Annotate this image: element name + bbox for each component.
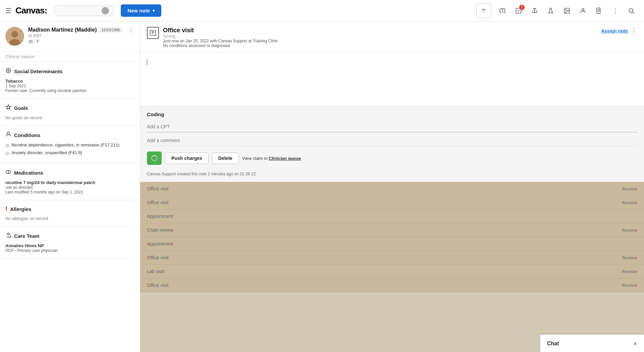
note-meta-line1: Just now on Jan 25, 2022 with Canvas Sup…: [163, 39, 597, 43]
svg-point-19: [7, 132, 10, 135]
patient-more-button[interactable]: ⋮: [128, 27, 135, 35]
medical-icon-button[interactable]: [495, 3, 510, 18]
medications-title: Medications: [14, 170, 43, 176]
loading-spinner: [151, 155, 157, 161]
note-header-actions: Assign note ⋮: [601, 27, 637, 35]
push-charges-button[interactable]: Push charges: [165, 152, 209, 164]
assign-note-button[interactable]: Assign note: [601, 28, 628, 34]
conditions-icon: [5, 131, 11, 139]
badge-count: 1: [519, 5, 525, 10]
condition-circle-icon: ⊙: [5, 143, 9, 148]
note-meta-line2: No conditions assessed or diagnosed: [163, 43, 597, 48]
restore-button-2[interactable]: Restore: [622, 200, 637, 205]
image-icon-button[interactable]: [559, 3, 574, 18]
document-icon-button[interactable]: [592, 3, 606, 18]
svg-point-17: [6, 68, 11, 73]
new-note-button[interactable]: New note ▾: [121, 4, 161, 17]
tobacco-date: 1 Sep 2021: [5, 84, 135, 88]
svg-point-6: [582, 8, 584, 11]
check-icon-button[interactable]: 1: [511, 3, 526, 18]
delete-button[interactable]: Delete: [212, 152, 239, 164]
chat-label: Chat: [547, 341, 559, 347]
past-visit-row-6: Office visit Restore: [140, 251, 644, 265]
social-determinants-title: Social Determinants: [14, 69, 62, 74]
care-team-icon: [5, 232, 11, 240]
past-visit-row-3: Appointment: [140, 210, 644, 223]
note-title: Office visit: [163, 27, 597, 34]
header-icons: 1 ⋮: [495, 3, 639, 18]
note-editor[interactable]: [140, 52, 644, 106]
patient-header: Madison Martinez (Maddie) 12/13/1986 PST…: [0, 21, 140, 51]
note-title-block: Office visit Saving... Just now on Jan 2…: [163, 27, 597, 48]
note-more-button[interactable]: ⋮: [631, 27, 637, 35]
search-input[interactable]: [58, 8, 102, 13]
note-footer: Canvas Support created this note 2 minut…: [147, 169, 637, 176]
restore-button-4[interactable]: Restore: [622, 228, 637, 233]
coding-title: Coding: [147, 112, 637, 117]
sidebar-section-medications: Medications nicotine 7 mg/24 hr daily tr…: [0, 164, 140, 200]
svg-point-14: [11, 31, 18, 38]
chat-bar[interactable]: Chat ∧: [540, 335, 644, 352]
patient-avatar: [5, 27, 24, 46]
restore-button-8[interactable]: Restore: [622, 283, 637, 288]
restore-button-6[interactable]: Restore: [622, 255, 637, 260]
past-visit-row-2: Office visit Restore: [140, 196, 644, 210]
scale-icon-button[interactable]: [527, 3, 542, 18]
clinician-queue-link[interactable]: Clinician queue: [269, 156, 301, 161]
past-visit-type: Office visit: [147, 186, 168, 191]
person-icon-button[interactable]: [576, 3, 590, 18]
medication-name: nicotine 7 mg/24 hr daily transdermal pa…: [5, 180, 135, 185]
allergies-icon: !: [5, 206, 7, 213]
care-team-title: Care Team: [14, 233, 40, 239]
past-visit-row-8: Office visit Restore: [140, 278, 644, 292]
svg-line-12: [633, 12, 634, 13]
past-visit-row-7: Lab visit Restore: [140, 265, 644, 278]
medication-direction: use as directed: [5, 185, 135, 190]
sidebar-section-allergies: ! Allergies No allergies on record: [0, 200, 140, 227]
past-visit-type: Appointment: [147, 241, 173, 247]
svg-point-11: [629, 8, 633, 12]
note-card: Office visit Saving... Just now on Jan 2…: [140, 21, 644, 182]
tobacco-detail: Former user, Currently using nicotine pa…: [5, 88, 135, 93]
past-visit-type: Lab visit: [147, 269, 164, 274]
search-bar[interactable]: [54, 5, 114, 16]
coding-section: Coding Push charges Delete View claim in…: [140, 106, 644, 182]
medications-icon: [5, 169, 11, 177]
allergies-no-record: No allergies on record: [5, 216, 135, 221]
sidebar-section-conditions: Conditions ⊙ Nicotine dependence, cigare…: [0, 126, 140, 164]
patient-info: Madison Martinez (Maddie) 12/13/1986 PST…: [28, 27, 124, 44]
past-visit-type: Office visit: [147, 282, 168, 288]
past-visit-row-5: Appointment: [140, 237, 644, 251]
cpt-input[interactable]: [147, 121, 637, 132]
past-visit-type: Office visit: [147, 255, 168, 260]
svg-point-18: [8, 70, 9, 72]
condition-circle-icon-2: ⊙: [5, 150, 9, 156]
main-layout: Madison Martinez (Maddie) 12/13/1986 PST…: [0, 21, 644, 352]
restore-button-1[interactable]: Restore: [622, 186, 637, 191]
patient-name: Madison Martinez (Maddie): [28, 27, 97, 33]
comment-input[interactable]: [147, 135, 637, 146]
past-visits-list: Office visit Restore Office visit Restor…: [140, 182, 644, 292]
medication-modified: Last modified 5 months ago on Sep 1, 202…: [5, 190, 135, 194]
more-options-button[interactable]: ⋮: [608, 3, 623, 18]
restore-button-7[interactable]: Restore: [622, 269, 637, 274]
flask-icon-button[interactable]: [543, 3, 558, 18]
menu-icon[interactable]: ☰: [5, 7, 11, 15]
past-visit-row-4: Chart review Restore: [140, 223, 644, 237]
allergies-title: Allergies: [10, 206, 31, 212]
search-button[interactable]: [624, 3, 639, 18]
goals-title: Goals: [14, 105, 28, 111]
past-visit-type: Office visit: [147, 200, 168, 205]
filter-button[interactable]: [476, 3, 491, 18]
patient-dob: 12/13/1986: [99, 27, 122, 33]
condition-item-1: ⊙ Nicotine dependence, cigarettes, in re…: [5, 142, 135, 148]
search-avatar: [102, 7, 109, 14]
view-claim-text: View claim in Clinician queue: [242, 156, 301, 161]
sidebar-section-care-team: Care Team Annalies Hines NP PCP - Primar…: [0, 227, 140, 259]
coding-actions: Push charges Delete View claim in Clinic…: [147, 151, 637, 165]
save-spinner-button[interactable]: [147, 151, 162, 165]
condition-text-1: Nicotine dependence, cigarettes, in remi…: [11, 142, 119, 147]
note-header: Office visit Saving... Just now on Jan 2…: [140, 21, 644, 52]
right-content: Office visit Saving... Just now on Jan 2…: [140, 21, 644, 352]
note-type-icon: [147, 27, 159, 39]
